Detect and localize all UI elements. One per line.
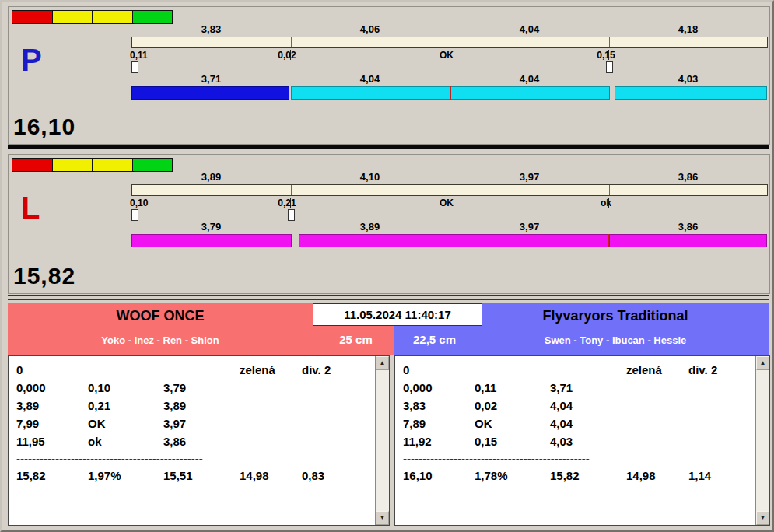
light-yellow1-segment xyxy=(52,158,93,172)
up-arrow-icon: ▲ xyxy=(380,359,386,366)
marker-box xyxy=(606,61,613,73)
result-cell: 0,10 xyxy=(88,379,163,397)
track-tick xyxy=(609,37,610,47)
section-divider xyxy=(8,299,769,300)
result-cell: 0,11 xyxy=(475,379,550,397)
bar-segment xyxy=(299,234,608,247)
bar-segment xyxy=(609,234,767,247)
marker-box xyxy=(288,209,295,221)
result-cell: OK xyxy=(475,415,550,432)
crossing-value: 0,15 xyxy=(581,50,631,61)
fault-marker-row: 0,10 0,21 OK ok xyxy=(131,198,768,208)
light-cell: zelená xyxy=(240,361,302,379)
track-tick xyxy=(609,185,610,195)
result-cell: 0,21 xyxy=(88,397,163,415)
result-cell: 11,92 xyxy=(403,432,475,450)
split-time: 4,06 xyxy=(290,23,450,35)
total-diff: 0,83 xyxy=(302,467,373,485)
table-row: 7,89 OK 4,04 xyxy=(403,415,754,432)
progress-track xyxy=(131,184,768,196)
vertical-scrollbar[interactable]: ▲ ▼ xyxy=(375,356,389,525)
total-ref: 14,98 xyxy=(626,467,688,485)
team-members: Yoko - Inez - Ren - Shion xyxy=(8,334,313,346)
total-pct: 1,97% xyxy=(88,467,163,485)
track-tick xyxy=(450,37,450,47)
total-time: 15,82 xyxy=(16,467,88,485)
split-time: 4,18 xyxy=(608,23,768,35)
table-row: 3,89 0,21 3,89 xyxy=(16,397,373,415)
lane-panel-p: P 3,83 4,06 4,04 4,18 0,11 0,02 OK 0,15 xyxy=(8,6,770,145)
team-name: WOOF ONCE xyxy=(8,308,313,324)
timestamp-display: 11.05.2024 11:40:17 xyxy=(313,303,482,326)
result-cell: 3,79 xyxy=(163,379,240,397)
scroll-up-button[interactable]: ▲ xyxy=(756,356,769,370)
result-table: 0 zelená div. 2 0,000 0,10 3,79 3,89 0,2… xyxy=(9,356,375,485)
jump-height: 25 cm xyxy=(319,333,393,346)
table-row: 7,99 OK 3,97 xyxy=(16,415,373,432)
track-tick xyxy=(450,185,450,195)
result-cell: 0,15 xyxy=(475,432,550,450)
bar-divider-mark xyxy=(450,86,451,100)
split-time: 4,04 xyxy=(290,73,450,85)
lane-divider xyxy=(8,145,769,149)
table-row: 3,83 0,02 4,04 xyxy=(403,397,754,415)
total-diff: 1,14 xyxy=(688,467,754,485)
result-cell: 7,99 xyxy=(16,415,88,432)
timing-app-window: P 3,83 4,06 4,04 4,18 0,11 0,02 OK 0,15 xyxy=(0,0,774,532)
total-time: 16,10 xyxy=(403,467,475,485)
total-ref: 14,98 xyxy=(240,467,302,485)
lane-l-total-time: 15,82 xyxy=(13,263,75,289)
bar-divider-mark xyxy=(608,234,609,247)
run-progress-bar xyxy=(131,234,768,247)
lane-l-bars: 3,89 4,10 3,97 3,86 0,10 0,21 OK ok xyxy=(131,155,768,293)
light-cell: zelená xyxy=(626,361,688,379)
split-time: 3,71 xyxy=(131,73,291,85)
scroll-down-button[interactable]: ▼ xyxy=(376,511,389,525)
light-yellow2-segment xyxy=(92,158,133,172)
lower-split-row: 3,71 4,04 4,04 4,03 xyxy=(131,73,768,86)
division-cell: div. 2 xyxy=(302,361,373,379)
split-time: 4,03 xyxy=(608,73,768,85)
result-cell: ok xyxy=(88,432,163,450)
split-time: 3,89 xyxy=(131,171,291,183)
crossing-value: ok xyxy=(581,198,631,208)
lower-split-row: 3,79 3,89 3,97 3,86 xyxy=(131,221,768,233)
crossing-value: 0,02 xyxy=(262,50,312,61)
start-cell: 0 xyxy=(403,361,475,379)
team-members: Swen - Tony - Ibucan - Hessie xyxy=(464,334,766,346)
light-red-segment xyxy=(12,10,53,24)
crossing-value: OK xyxy=(422,50,471,61)
marker-box xyxy=(131,61,138,73)
scroll-up-button[interactable]: ▲ xyxy=(376,356,389,370)
run-progress-bar xyxy=(131,86,768,100)
result-cell: 0,000 xyxy=(16,379,88,397)
split-time: 4,04 xyxy=(450,73,609,85)
start-cell: 0 xyxy=(16,361,88,379)
division-cell: div. 2 xyxy=(688,361,754,379)
team-header-strip: WOOF ONCE Yoko - Inez - Ren - Shion 25 c… xyxy=(8,303,769,355)
split-time: 3,86 xyxy=(608,221,768,233)
table-header-row: 0 zelená div. 2 xyxy=(16,361,373,379)
scroll-down-button[interactable]: ▼ xyxy=(756,511,769,525)
table-row: 0,000 0,11 3,71 xyxy=(403,379,754,397)
result-cell: 4,04 xyxy=(550,397,626,415)
split-time: 3,83 xyxy=(131,23,291,35)
result-cell: 4,04 xyxy=(550,415,626,432)
marker-box xyxy=(131,209,138,221)
result-cell: 3,89 xyxy=(16,397,88,415)
split-time: 3,97 xyxy=(450,171,609,183)
vertical-scrollbar[interactable]: ▲ ▼ xyxy=(755,356,769,525)
result-cell: 3,71 xyxy=(550,379,626,397)
track-tick xyxy=(291,37,292,47)
result-cell: 3,97 xyxy=(163,415,240,432)
split-time: 4,10 xyxy=(290,171,450,183)
bar-segment xyxy=(131,234,292,247)
total-pct: 1,78% xyxy=(475,467,550,485)
fault-marker-row: 0,11 0,02 OK 0,15 xyxy=(131,50,768,61)
table-row: 0,000 0,10 3,79 xyxy=(16,379,373,397)
split-time: 4,04 xyxy=(450,23,609,35)
result-cell: OK xyxy=(88,415,163,432)
total-net: 15,82 xyxy=(550,467,626,485)
result-cell: 3,86 xyxy=(163,432,240,450)
result-cell: 4,03 xyxy=(550,432,626,450)
